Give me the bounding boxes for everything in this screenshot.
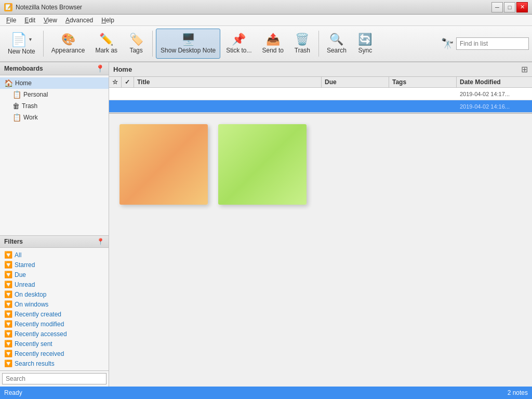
sidebar-item-personal[interactable]: 📋 Personal: [0, 89, 109, 100]
show-desktop-button[interactable]: 🖥️ Show Desktop Note: [156, 29, 220, 59]
filter-rsent-icon: 🔽: [4, 340, 12, 348]
new-note-icon: 📄: [10, 33, 27, 46]
tags-button[interactable]: 🏷️ Tags: [123, 29, 149, 59]
table-row[interactable]: 2019-04-02 14:16...: [109, 100, 532, 113]
sidebar-item-home[interactable]: 🏠 Home: [0, 77, 109, 89]
filter-recently-modified[interactable]: 🔽 Recently modified: [0, 319, 109, 329]
stick-icon: 📌: [232, 34, 246, 45]
separator-3: [318, 31, 319, 57]
send-icon: 📤: [266, 34, 280, 45]
filter-starred[interactable]: 🔽 Starred: [0, 260, 109, 270]
memoboard-tree: 🏠 Home 📋 Personal 🗑 Trash 📋 Work: [0, 75, 109, 235]
trash-icon: 🗑️: [295, 34, 309, 45]
column-header-title[interactable]: Title: [134, 77, 322, 87]
sidebar: Memoboards 📍 🏠 Home 📋 Personal 🗑 Trash 📋…: [0, 62, 109, 387]
filter-unread-icon: 🔽: [4, 281, 12, 288]
filter-starred-label: Starred: [15, 261, 35, 269]
pin-icon[interactable]: 📍: [96, 64, 104, 73]
sticky-note-orange[interactable]: [119, 124, 208, 205]
trash-button[interactable]: 🗑️ Trash: [289, 29, 315, 59]
filter-rmodified-icon: 🔽: [4, 320, 12, 328]
menu-advanced[interactable]: Advanced: [61, 16, 97, 25]
filter-recently-accessed[interactable]: 🔽 Recently accessed: [0, 329, 109, 339]
filter-unread[interactable]: 🔽 Unread: [0, 280, 109, 289]
sidebar-search: [0, 370, 109, 387]
filter-windows-icon: 🔽: [4, 300, 12, 308]
note-star-1[interactable]: [109, 93, 122, 95]
filter-due-icon: 🔽: [4, 271, 12, 278]
sticky-note-green[interactable]: [218, 124, 307, 205]
filter-recently-sent[interactable]: 🔽 Recently sent: [0, 339, 109, 349]
memoboards-label: Memoboards: [4, 65, 43, 72]
find-icon: 🔭: [441, 37, 454, 50]
filter-all[interactable]: 🔽 All: [0, 250, 109, 260]
stick-label: Stick to...: [226, 47, 251, 54]
notes-list: ☆ ✓ Title Due Tags Date Modified 2019-04…: [109, 77, 532, 114]
find-input[interactable]: [456, 37, 529, 50]
filter-search-results[interactable]: 🔽 Search results: [0, 358, 109, 368]
view-toggle-button[interactable]: ⊞: [521, 64, 528, 74]
new-note-button[interactable]: 📄 ▼ New Note: [3, 29, 40, 59]
note-due-1: [322, 93, 389, 95]
column-header-check[interactable]: ✓: [122, 77, 134, 87]
personal-icon: 📋: [12, 90, 21, 99]
filter-desktop-label: On desktop: [15, 291, 46, 298]
markas-icon: ✏️: [99, 34, 113, 45]
filter-on-desktop[interactable]: 🔽 On desktop: [0, 289, 109, 299]
note-star-2[interactable]: [109, 105, 122, 108]
column-header-tags[interactable]: Tags: [389, 77, 457, 87]
new-note-label: New Note: [8, 48, 35, 55]
content-area: Home ⊞ ☆ ✓ Title Due Tags Date Modified …: [109, 62, 532, 387]
sidebar-search-input[interactable]: [2, 373, 107, 384]
filter-windows-label: On windows: [15, 301, 48, 308]
search-button[interactable]: 🔍 Search: [322, 29, 351, 59]
main-layout: Memoboards 📍 🏠 Home 📋 Personal 🗑 Trash 📋…: [0, 62, 532, 387]
memoboards-header: Memoboards 📍: [0, 62, 109, 75]
sidebar-trash-label: Trash: [22, 102, 37, 110]
appearance-button[interactable]: 🎨 Appearance: [47, 29, 90, 59]
table-row[interactable]: 2019-04-02 14:17...: [109, 88, 532, 100]
title-bar: 📝 Notezilla Notes Browser ─ □ ✕: [0, 0, 532, 15]
home-label: Home: [15, 79, 32, 87]
column-header-due[interactable]: Due: [322, 77, 389, 87]
new-note-arrow: ▼: [28, 37, 33, 42]
status-bar: Ready 2 notes: [0, 387, 532, 399]
sync-button[interactable]: 🔄 Sync: [352, 29, 378, 59]
menu-help[interactable]: Help: [97, 16, 118, 25]
filter-raccessed-label: Recently accessed: [15, 330, 67, 338]
separator-2: [152, 31, 153, 57]
note-check-1[interactable]: [122, 93, 134, 95]
appearance-icon: 🎨: [61, 34, 75, 45]
note-tags-2: [389, 105, 457, 108]
search-icon: 🔍: [329, 34, 343, 45]
markas-button[interactable]: ✏️ Mark as: [90, 29, 122, 59]
send-to-button[interactable]: 📤 Send to: [258, 29, 288, 59]
menu-view[interactable]: View: [39, 16, 61, 25]
sync-label: Sync: [358, 47, 373, 54]
stick-to-button[interactable]: 📌 Stick to...: [221, 29, 256, 59]
toolbar: 📄 ▼ New Note 🎨 Appearance ✏️ Mark as 🏷️ …: [0, 26, 532, 62]
menu-edit[interactable]: Edit: [20, 16, 39, 25]
filter-due[interactable]: 🔽 Due: [0, 270, 109, 280]
column-header-star[interactable]: ☆: [109, 77, 122, 87]
tags-label: Tags: [129, 47, 142, 54]
notes-count: 2 notes: [508, 389, 528, 396]
filters-label: Filters: [4, 238, 23, 245]
sidebar-item-work[interactable]: 📋 Work: [0, 112, 109, 123]
note-check-2[interactable]: [122, 105, 134, 108]
filter-on-windows[interactable]: 🔽 On windows: [0, 299, 109, 309]
restore-button[interactable]: □: [504, 2, 515, 12]
filter-recently-created[interactable]: 🔽 Recently created: [0, 309, 109, 319]
filter-all-label: All: [15, 251, 21, 259]
menu-file[interactable]: File: [2, 16, 20, 25]
sidebar-item-trash[interactable]: 🗑 Trash: [0, 100, 109, 112]
minimize-button[interactable]: ─: [491, 2, 503, 12]
sidebar-trash-icon: 🗑: [12, 102, 20, 110]
filter-recently-received[interactable]: 🔽 Recently received: [0, 349, 109, 358]
filters-pin-icon[interactable]: 📍: [97, 238, 104, 245]
markas-label: Mark as: [95, 47, 117, 54]
filter-desktop-icon: 🔽: [4, 290, 12, 298]
close-button[interactable]: ✕: [516, 2, 528, 12]
filter-sresults-label: Search results: [15, 360, 55, 367]
column-header-date[interactable]: Date Modified: [457, 77, 532, 87]
